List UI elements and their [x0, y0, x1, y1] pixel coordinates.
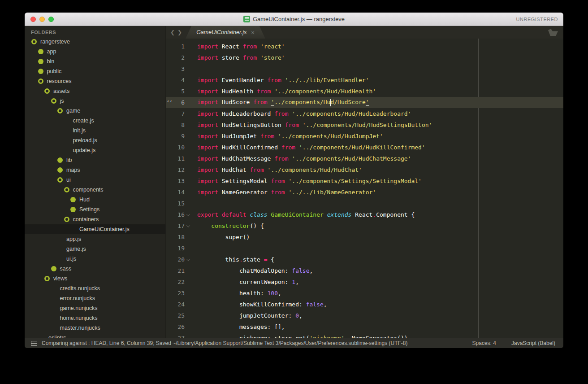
- tree-item-assets[interactable]: assets: [25, 86, 165, 96]
- close-window-button[interactable]: [30, 17, 36, 22]
- tree-item-app-js[interactable]: app.js: [25, 234, 165, 244]
- code-text[interactable]: nickname: store.get('nickname', NameGene…: [192, 335, 563, 338]
- token: from: [285, 122, 299, 128]
- next-tab-icon[interactable]: ❯: [177, 29, 182, 35]
- tree-item-label: ui.js: [66, 256, 76, 262]
- tree-item-update-js[interactable]: update.js: [25, 145, 165, 155]
- code-line-2: 2import store from 'store': [166, 52, 563, 63]
- tab-close-icon[interactable]: ×: [251, 30, 255, 35]
- zoom-window-button[interactable]: [48, 17, 54, 22]
- token: [197, 223, 211, 229]
- token: [324, 211, 327, 218]
- tree-item-master-nunjucks[interactable]: master.nunjucks: [25, 323, 165, 333]
- tree-item-game[interactable]: game: [25, 106, 165, 116]
- fold-arrow-icon[interactable]: [185, 258, 192, 261]
- code-text[interactable]: super(): [192, 234, 563, 240]
- tree-item-app[interactable]: app: [25, 47, 165, 57]
- prev-tab-icon[interactable]: ❮: [170, 29, 175, 35]
- folder-open-icon: [44, 88, 50, 94]
- code-text[interactable]: jumpJetCounter: 0,: [192, 312, 563, 319]
- tree-item-lib[interactable]: lib: [25, 155, 165, 165]
- token: React: [218, 43, 243, 50]
- sidebar: FOLDERS rangersteveappbinpublicresources…: [25, 26, 166, 338]
- tree-item-resources[interactable]: resources: [25, 76, 165, 86]
- token: import: [197, 155, 218, 162]
- code-area[interactable]: 1import React from 'react'2import store …: [166, 39, 563, 338]
- window-title: GameUiContainer.js — rangersteve: [253, 16, 345, 22]
- token: import: [197, 122, 218, 128]
- token: '../components/Hud/HudHealth': [274, 88, 376, 95]
- tree-item-error-nunjucks[interactable]: error.nunjucks: [25, 293, 165, 303]
- tree-item-js[interactable]: js: [25, 96, 165, 106]
- code-text[interactable]: chatModalOpen: false,: [192, 267, 563, 274]
- tree-item-containers[interactable]: containers: [25, 214, 165, 224]
- code-text[interactable]: constructor() {: [192, 223, 563, 229]
- code-line-17: 17 constructor() {: [166, 220, 563, 231]
- tree-item-init-js[interactable]: init.js: [25, 126, 165, 135]
- code-text[interactable]: showKillConfirmed: false,: [192, 301, 563, 308]
- tree-item-preload-js[interactable]: preload.js: [25, 135, 165, 145]
- tree-item-game-nunjucks[interactable]: game.nunjucks: [25, 303, 165, 313]
- line-number: 26: [173, 323, 185, 330]
- line-number: 1: [173, 43, 185, 50]
- fold-arrow-icon[interactable]: [185, 225, 192, 227]
- panel-switcher-icon[interactable]: [31, 341, 37, 346]
- tree-item-views[interactable]: views: [25, 274, 165, 284]
- tree-item-bin[interactable]: bin: [25, 57, 165, 66]
- tree-item-label: bin: [47, 58, 55, 65]
- tree-item-maps[interactable]: maps: [25, 165, 165, 175]
- token: default: [222, 211, 246, 218]
- code-text[interactable]: import React from 'react': [192, 43, 563, 50]
- code-text[interactable]: import SettingsModal from '../components…: [192, 178, 563, 184]
- tree-item-sass[interactable]: sass: [25, 264, 165, 274]
- tree-item-label: sass: [60, 266, 72, 272]
- tree-item-ui-js[interactable]: ui.js: [25, 254, 165, 264]
- code-text[interactable]: import HudKillConfirmed from '../compone…: [192, 144, 563, 151]
- token: import: [197, 88, 218, 95]
- tree-item-hud[interactable]: Hud: [25, 195, 165, 205]
- code-text[interactable]: currentWeapon: 1,: [192, 279, 563, 285]
- code-text[interactable]: export default class GameUiContainer ext…: [192, 211, 563, 218]
- code-line-1: 1import React from 'react': [166, 41, 563, 52]
- tab-overflow-icon[interactable]: [548, 29, 558, 36]
- code-line-18: 18 super(): [166, 231, 563, 243]
- tree-item-ui[interactable]: ui: [25, 175, 165, 185]
- token: import: [197, 43, 218, 50]
- code-text[interactable]: this.state = {: [192, 256, 563, 263]
- tree-item--eslintrc[interactable]: .eslintrc: [25, 333, 165, 338]
- indent-setting[interactable]: Spaces: 4: [472, 340, 496, 346]
- line-number: 21: [173, 267, 185, 274]
- code-text[interactable]: import HudChat from '../components/Hud/H…: [192, 166, 563, 173]
- code-text[interactable]: import EventHandler from '../../lib/Even…: [192, 77, 563, 83]
- tree-item-rangersteve[interactable]: rangersteve: [25, 37, 165, 47]
- code-text[interactable]: import HudLeaderboard from '../component…: [192, 110, 563, 117]
- code-text[interactable]: import NameGenerator from '../../lib/Nam…: [192, 189, 563, 196]
- tree-item-credits-nunjucks[interactable]: credits.nunjucks: [25, 284, 165, 293]
- code-text[interactable]: import HudJumpJet from '../components/Hu…: [192, 133, 563, 140]
- tree-item-home-nunjucks[interactable]: home.nunjucks: [25, 313, 165, 323]
- tree-item-gameuicontainer-js[interactable]: GameUiContainer.js: [25, 224, 165, 234]
- fold-arrow-icon[interactable]: [185, 214, 192, 216]
- token: {: [268, 256, 275, 263]
- code-text[interactable]: import HudHealth from '../components/Hud…: [192, 88, 563, 95]
- syntax-setting[interactable]: JavaScript (Babel): [511, 340, 555, 346]
- code-text[interactable]: messages: [],: [192, 323, 563, 330]
- tree-item-settings[interactable]: Settings: [25, 205, 165, 214]
- code-text[interactable]: import HudSettingsButton from '../compon…: [192, 122, 563, 128]
- token: '../components/Hud/HudJumpJet': [278, 133, 383, 140]
- token: '../components/Hud/HudChat': [268, 166, 362, 173]
- tree-item-components[interactable]: components: [25, 185, 165, 195]
- tree-item-label: preload.js: [73, 137, 97, 144]
- code-text[interactable]: import HudScore from '../components/Hud/…: [192, 99, 563, 106]
- minimize-window-button[interactable]: [39, 17, 45, 22]
- tab-gameuicontainer[interactable]: GameUiContainer.js ×: [186, 26, 265, 39]
- tree-item-label: .eslintrc: [47, 335, 66, 338]
- code-text[interactable]: import store from 'store': [192, 54, 563, 61]
- tree-item-create-js[interactable]: create.js: [25, 116, 165, 126]
- tree-item-public[interactable]: public: [25, 66, 165, 76]
- tree-item-game-js[interactable]: game.js: [25, 244, 165, 254]
- token: from: [250, 166, 264, 173]
- code-text[interactable]: health: 100,: [192, 290, 563, 297]
- token: NameGenerator: [218, 189, 271, 196]
- code-text[interactable]: import HudChatMessage from '../component…: [192, 155, 563, 162]
